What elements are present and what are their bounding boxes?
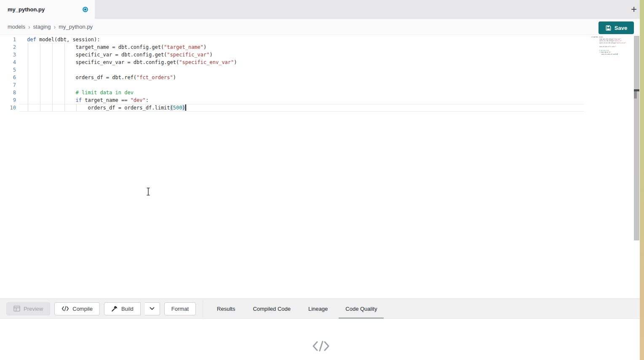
tab-my-python-py[interactable]: my_python.py xyxy=(0,0,95,19)
breadcrumb: models › staging › my_python.py xyxy=(0,19,640,35)
result-panel-tabs: Results Compiled Code Lineage Code Quali… xyxy=(208,299,386,319)
preview-button[interactable]: Preview xyxy=(6,302,50,315)
line-numbers[interactable]: 12345678910 xyxy=(0,36,19,112)
preview-label: Preview xyxy=(24,306,43,312)
minimap-code: def model(dbt, session): target_name = d… xyxy=(591,36,631,55)
build-label: Build xyxy=(121,306,134,312)
chevron-down-icon xyxy=(150,307,155,310)
editor-scrollbar[interactable] xyxy=(634,36,639,240)
format-button[interactable]: Format xyxy=(164,302,196,315)
tab-lineage[interactable]: Lineage xyxy=(299,299,337,319)
action-toolbar: Preview Compile Build xyxy=(0,299,640,319)
plus-icon: + xyxy=(631,3,637,15)
tab-code-quality-label: Code Quality xyxy=(345,306,377,312)
tab-code-quality[interactable]: Code Quality xyxy=(337,299,386,319)
new-tab-button[interactable]: + xyxy=(628,3,639,16)
tab-compiled-code[interactable]: Compiled Code xyxy=(244,299,299,319)
tab-lineage-label: Lineage xyxy=(308,306,328,312)
tab-results-label: Results xyxy=(217,306,235,312)
table-icon xyxy=(13,306,20,312)
compile-label: Compile xyxy=(72,306,93,312)
floppy-icon xyxy=(605,25,612,31)
hammer-icon xyxy=(111,305,118,312)
format-label: Format xyxy=(171,306,189,312)
code-lines[interactable]: def model(dbt, session): target_name = d… xyxy=(27,36,237,112)
tab-filename: my_python.py xyxy=(8,6,83,13)
unsaved-changes-dot xyxy=(83,7,88,12)
dbt-ide-window: my_python.py + models › staging › my_pyt… xyxy=(0,0,640,360)
save-label: Save xyxy=(615,25,627,31)
desktop-background-strip xyxy=(640,0,644,360)
active-tab-underline xyxy=(339,317,384,319)
editor-tab-bar: my_python.py + xyxy=(0,0,640,19)
toolbar-divider xyxy=(203,300,203,317)
tab-results[interactable]: Results xyxy=(208,299,244,319)
ide-screen: my_python.py + models › staging › my_pyt… xyxy=(0,0,644,360)
chevron-right-icon: › xyxy=(28,24,30,30)
chevron-right-icon: › xyxy=(54,24,56,30)
breadcrumb-staging[interactable]: staging xyxy=(33,24,51,30)
code-icon xyxy=(311,340,331,354)
tab-compiled-code-label: Compiled Code xyxy=(253,306,291,312)
build-button-group: Build xyxy=(104,302,160,315)
scrollbar-thumb[interactable] xyxy=(634,91,637,99)
compile-button[interactable]: Compile xyxy=(54,302,100,315)
text-cursor-pointer-icon xyxy=(146,187,151,197)
code-editor[interactable]: 12345678910 def model(dbt, session): tar… xyxy=(0,35,640,299)
save-button[interactable]: Save xyxy=(599,21,634,34)
build-button[interactable]: Build xyxy=(104,302,141,315)
breadcrumb-models[interactable]: models xyxy=(8,24,25,30)
minimap[interactable]: def model(dbt, session): target_name = d… xyxy=(591,36,631,58)
build-options-button[interactable] xyxy=(145,302,160,315)
code-icon xyxy=(61,306,69,311)
breadcrumb-filename[interactable]: my_python.py xyxy=(59,24,93,30)
